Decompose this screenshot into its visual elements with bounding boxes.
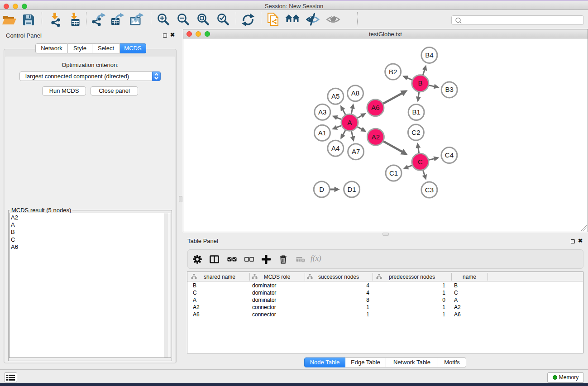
svg-text:A7: A7 [352,148,360,155]
svg-text:D: D [319,186,324,193]
svg-text:C3: C3 [425,186,434,194]
svg-text:C: C [418,158,423,166]
svg-text:A5: A5 [331,92,339,100]
svg-text:A8: A8 [351,89,359,97]
svg-text:C4: C4 [445,151,454,159]
svg-text:A2: A2 [372,133,380,141]
svg-text:A3: A3 [318,108,326,116]
svg-text:A1: A1 [318,129,326,137]
svg-text:C2: C2 [411,129,420,136]
svg-text:A4: A4 [331,144,339,152]
svg-text:A6: A6 [371,104,379,111]
svg-text:A: A [347,119,352,126]
svg-text:B4: B4 [425,51,433,59]
svg-text:B: B [418,79,422,87]
svg-text:B2: B2 [389,68,397,76]
svg-text:B1: B1 [412,108,420,116]
svg-text:C1: C1 [389,169,398,177]
svg-text:B3: B3 [445,86,454,93]
svg-text:D1: D1 [348,186,356,193]
